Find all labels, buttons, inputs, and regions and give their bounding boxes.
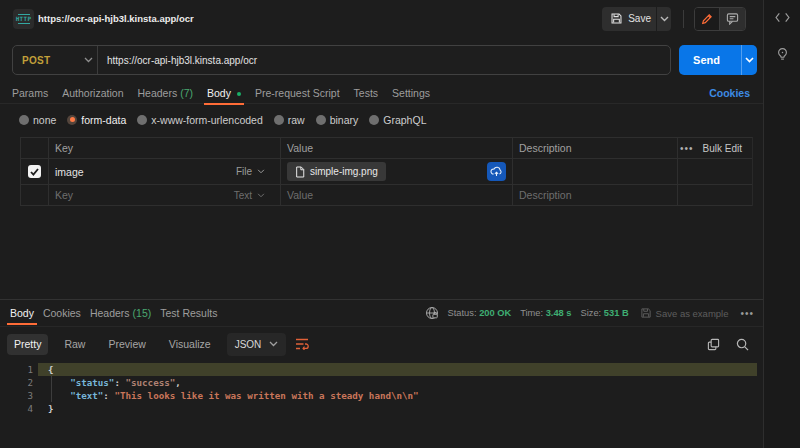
chevron-down-icon xyxy=(745,57,754,63)
toolbar-right-icons xyxy=(707,338,749,351)
code-line: 1{ xyxy=(0,363,763,376)
chevron-down-icon xyxy=(84,57,93,63)
body-modified-dot xyxy=(237,92,241,96)
key-cell[interactable]: Key Text xyxy=(49,185,281,205)
send-options-button[interactable] xyxy=(742,57,757,63)
checkbox-checked[interactable] xyxy=(28,165,41,178)
comment-button[interactable] xyxy=(720,8,745,30)
tab-headers[interactable]: Headers(7) xyxy=(137,83,193,104)
value-cell[interactable]: simple-img.png xyxy=(281,159,513,184)
chevron-down-icon xyxy=(660,16,669,22)
code-snippet-icon[interactable] xyxy=(775,12,790,23)
body-type-options: none form-data x-www-form-urlencoded raw… xyxy=(0,104,763,135)
request-tab-title: https://ocr-api-hjb3l.kinsta.app/ocr xyxy=(38,13,194,24)
view-visualize[interactable]: Visualize xyxy=(162,334,218,355)
response-tab-body[interactable]: Body xyxy=(10,303,34,324)
time-value: 3.48 s xyxy=(546,308,572,318)
radio-raw[interactable]: raw xyxy=(274,114,305,126)
type-select[interactable]: Text xyxy=(234,190,265,201)
response-headers-count: (15) xyxy=(133,307,152,319)
chevron-down-icon xyxy=(257,193,265,198)
url-row: POST https://ocr-api-hjb3l.kinsta.app/oc… xyxy=(0,37,763,83)
radio-x-www-form-urlencoded[interactable]: x-www-form-urlencoded xyxy=(137,114,262,126)
upload-file-button[interactable] xyxy=(487,162,506,181)
tab-authorization[interactable]: Authorization xyxy=(62,83,123,104)
send-button[interactable]: Send xyxy=(679,54,741,66)
lightbulb-icon[interactable] xyxy=(776,47,789,61)
line-number: 1 xyxy=(0,363,33,376)
tab-body[interactable]: Body xyxy=(207,83,241,104)
radio-icon xyxy=(19,115,29,125)
response-body-editor[interactable]: 1{2 "status": "success",3 "text": "This … xyxy=(0,361,763,448)
description-cell[interactable]: Description xyxy=(513,185,678,205)
save-button-group: Save xyxy=(602,7,671,31)
radio-none[interactable]: none xyxy=(19,114,56,126)
save-options-button[interactable] xyxy=(656,7,671,31)
radio-form-data[interactable]: form-data xyxy=(67,114,126,126)
edit-comment-group xyxy=(694,7,746,31)
file-name: simple-img.png xyxy=(310,166,378,177)
radio-graphql[interactable]: GraphQL xyxy=(369,114,426,126)
save-as-example-button[interactable]: Save as example xyxy=(640,307,729,319)
key-cell[interactable]: image File xyxy=(49,159,281,184)
response-tab-test-results[interactable]: Test Results xyxy=(160,303,217,324)
response-more-options[interactable]: ••• xyxy=(740,308,754,319)
bulk-edit-button[interactable]: Bulk Edit xyxy=(703,143,742,154)
view-raw[interactable]: Raw xyxy=(57,334,92,355)
copy-icon[interactable] xyxy=(707,338,720,351)
wrap-text-icon xyxy=(295,338,309,350)
row-checkbox-cell xyxy=(21,159,49,184)
view-preview[interactable]: Preview xyxy=(101,334,152,355)
row-actions-cell xyxy=(678,159,752,184)
method-label: POST xyxy=(22,55,50,66)
save-button[interactable]: Save xyxy=(602,7,656,31)
more-options-icon[interactable]: ••• xyxy=(680,143,694,154)
code-line-content: { xyxy=(38,363,757,376)
wrap-lines-button[interactable] xyxy=(295,338,309,350)
status-item: Status: 200 OK xyxy=(448,308,512,318)
method-select[interactable]: POST xyxy=(13,55,97,66)
radio-icon xyxy=(274,115,284,125)
line-number: 3 xyxy=(0,389,33,402)
code-line-content: "text": "This looks like it was written … xyxy=(38,389,757,402)
radio-binary[interactable]: binary xyxy=(316,114,359,126)
file-icon xyxy=(295,166,305,178)
response-panel: Body Cookies Headers(15) Test Results St… xyxy=(0,299,763,448)
response-tabs-row: Body Cookies Headers(15) Test Results St… xyxy=(0,300,763,327)
format-select[interactable]: JSON xyxy=(227,333,287,356)
type-select[interactable]: File xyxy=(236,166,265,177)
value-cell[interactable]: Value xyxy=(281,185,513,205)
line-number: 4 xyxy=(0,402,33,415)
url-input[interactable]: https://ocr-api-hjb3l.kinsta.app/ocr xyxy=(98,55,257,66)
tab-pre-request-script[interactable]: Pre-request Script xyxy=(255,83,340,104)
cookies-link[interactable]: Cookies xyxy=(709,87,750,99)
tab-params[interactable]: Params xyxy=(12,83,48,104)
tab-settings[interactable]: Settings xyxy=(392,83,430,104)
chevron-down-icon xyxy=(269,341,278,347)
key-header: Key xyxy=(49,138,281,158)
response-tab-headers[interactable]: Headers(15) xyxy=(90,303,151,324)
table-actions: ••• Bulk Edit xyxy=(678,138,752,158)
view-pretty[interactable]: Pretty xyxy=(7,334,48,355)
response-tab-cookies[interactable]: Cookies xyxy=(43,303,81,324)
url-input-container: POST https://ocr-api-hjb3l.kinsta.app/oc… xyxy=(12,45,671,75)
value-header: Value xyxy=(281,138,513,158)
size-value: 531 B xyxy=(604,308,629,318)
response-toolbar: Pretty Raw Preview Visualize JSON xyxy=(0,327,763,361)
radio-icon xyxy=(369,115,379,125)
right-sidebar xyxy=(763,0,800,448)
check-icon xyxy=(30,168,39,176)
main-panel: HTTP https://ocr-api-hjb3l.kinsta.app/oc… xyxy=(0,0,763,448)
network-info-icon[interactable] xyxy=(425,306,439,320)
description-cell[interactable] xyxy=(513,159,678,184)
request-section-tabs: Params Authorization Headers(7) Body Pre… xyxy=(0,83,763,104)
file-chip[interactable]: simple-img.png xyxy=(287,162,386,181)
size-item: Size: 531 B xyxy=(581,308,629,318)
description-placeholder: Description xyxy=(519,189,572,201)
tab-tests[interactable]: Tests xyxy=(354,83,379,104)
select-all-cell xyxy=(21,138,49,158)
search-icon[interactable] xyxy=(736,338,749,351)
headers-count: (7) xyxy=(180,87,193,99)
tab-actions: Save xyxy=(602,7,746,31)
edit-button[interactable] xyxy=(695,8,720,30)
